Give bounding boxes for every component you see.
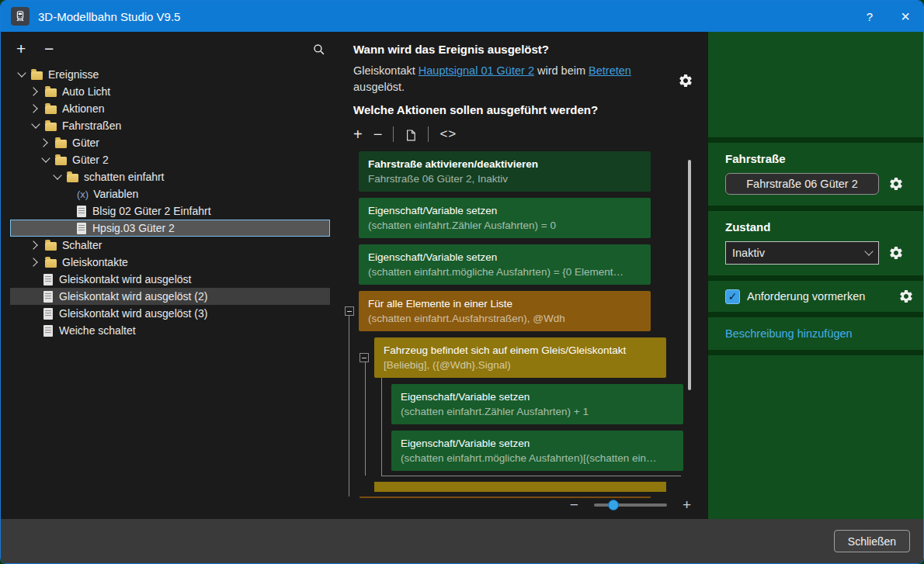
tree-item-hpsig-03-selected[interactable]: Hpsig.03 Güter 2	[10, 220, 330, 237]
chevron-right-icon[interactable]	[29, 258, 37, 266]
action-properties-panel: Fahrstraße Fahrstraße 06 Güter 2 Zustand…	[708, 32, 923, 519]
zoom-slider-track[interactable]	[594, 503, 667, 507]
action-title: Fahrzeug befindet sich auf einem Gleis/G…	[384, 344, 657, 357]
zoom-slider-thumb[interactable]	[608, 500, 619, 510]
dialog-footer: Schließen	[1, 519, 923, 563]
action-title: Für alle Elemente in einer Liste	[368, 297, 641, 310]
action-block-foreach-loop[interactable]: Für alle Elemente in einer Liste (schatt…	[359, 291, 651, 331]
close-dialog-button[interactable]: Schließen	[834, 530, 910, 552]
trigger-mode-link[interactable]: Betreten	[589, 64, 631, 77]
zoom-in-button[interactable]: +	[683, 497, 691, 512]
tree-item-variablen[interactable]: (x) Variablen	[10, 185, 330, 202]
question-when: Wann wird das Ereignis ausgelöst?	[353, 43, 679, 56]
anforderung-checkbox-label[interactable]: Anforderung vormerken	[747, 290, 889, 303]
tree-connector-line	[349, 316, 349, 497]
collapse-condition-button[interactable]	[360, 353, 369, 362]
folder-icon	[55, 157, 67, 165]
action-subtitle: (schatten einfahrt.mögliche Ausfahrten)[…	[401, 452, 674, 465]
tree-item-fahrstrassen[interactable]: Fahrstraßen	[10, 117, 330, 134]
action-block-condition[interactable]: Fahrzeug befindet sich auf einem Gleis/G…	[374, 337, 666, 378]
action-block-set-variable-1[interactable]: Eigenschaft/Variable setzen (schatten ei…	[359, 198, 651, 238]
actions-list: Fahrstraße aktivieren/deaktivieren Fahrs…	[339, 151, 708, 504]
toolbar-separator	[393, 126, 394, 142]
chevron-right-icon[interactable]	[29, 104, 37, 112]
chevron-down-icon[interactable]	[31, 119, 40, 128]
chevron-right-icon[interactable]	[39, 138, 47, 147]
contact-link[interactable]: Hauptsignal 01 Güter 2	[419, 64, 534, 77]
fahrstrasse-object-button[interactable]: Fahrstraße 06 Güter 2	[725, 173, 879, 195]
folder-icon	[55, 140, 67, 148]
chevron-down-icon[interactable]	[53, 171, 61, 179]
trigger-sentence: Gleiskontakt Hauptsignal 01 Güter 2 wird…	[353, 63, 679, 95]
action-subtitle: (schatten einfahrt.Zähler Ausfahrten) = …	[368, 219, 641, 232]
zustand-label: Zustand	[725, 220, 914, 234]
tree-item-gueter[interactable]: Güter	[10, 134, 330, 151]
chevron-right-icon[interactable]	[29, 87, 37, 95]
tree-add-button[interactable]: +	[16, 40, 36, 57]
tree-item-label: Schalter	[62, 239, 102, 251]
tree-item-label: Gleiskontakt wird ausgelöst (2)	[59, 290, 207, 303]
tree-item-aktionen[interactable]: Aktionen	[10, 100, 330, 117]
action-add-button[interactable]: +	[353, 126, 363, 142]
fahrstrasse-gear-icon[interactable]	[888, 176, 904, 192]
tree-item-gueter-2[interactable]: Güter 2	[10, 151, 330, 168]
folder-icon	[31, 71, 43, 80]
search-icon[interactable]	[312, 43, 325, 56]
app-train-icon	[11, 7, 30, 26]
tree-item-auto-licht[interactable]: Auto Licht	[10, 83, 330, 100]
action-block-fahrstrasse[interactable]: Fahrstraße aktivieren/deaktivieren Fahrs…	[359, 151, 651, 192]
main-area: + − Ereignisse Auto Licht	[1, 32, 923, 519]
document-icon	[43, 274, 53, 285]
chevron-down-icon[interactable]	[17, 68, 26, 77]
tree-item-label: Güter	[72, 137, 99, 149]
action-block-set-variable-2[interactable]: Eigenschaft/Variable setzen (schatten ei…	[359, 244, 651, 285]
question-actions: Welche Aktionen sollen ausgeführt werden…	[353, 103, 679, 116]
tree-item-label: Weiche schaltet	[59, 324, 136, 337]
code-view-button[interactable]: <>	[439, 126, 457, 142]
tree-item-label: Gleiskontakt wird ausgelöst	[59, 273, 191, 285]
fahrstrasse-property-card: Fahrstraße Fahrstraße 06 Güter 2	[708, 143, 923, 206]
tree-item-blsig-02[interactable]: Blsig 02 Güter 2 Einfahrt	[10, 202, 330, 220]
action-block-set-variable-3[interactable]: Eigenschaft/Variable setzen (schatten ei…	[391, 384, 683, 424]
tree-item-gleiskontakt-3[interactable]: Gleiskontakt wird ausgelöst (3)	[10, 305, 330, 322]
actions-scrollbar[interactable]	[688, 160, 691, 390]
help-button[interactable]: ?	[852, 1, 888, 32]
tree-item-schalter[interactable]: Schalter	[10, 237, 330, 254]
chevron-right-icon[interactable]	[29, 240, 37, 249]
add-description-link[interactable]: Beschreibung hinzufügen	[708, 317, 923, 350]
tree-item-gleiskontakt-2[interactable]: Gleiskontakt wird ausgelöst (2)	[10, 288, 330, 305]
zustand-gear-icon[interactable]	[888, 245, 904, 261]
tree-remove-button[interactable]: −	[44, 40, 64, 57]
collapse-loop-button[interactable]	[345, 306, 354, 316]
close-window-button[interactable]: ×	[888, 1, 923, 32]
tree-item-label: Auto Licht	[62, 85, 110, 98]
chevron-down-icon[interactable]	[41, 154, 50, 162]
zoom-out-button[interactable]: −	[570, 497, 578, 512]
properties-header-area	[708, 32, 923, 137]
action-title: Eigenschaft/Variable setzen	[401, 390, 674, 403]
folder-icon	[45, 123, 57, 131]
sentence-middle: wird beim	[534, 64, 589, 77]
action-subtitle: (schatten einfahrt.Zähler Ausfahrten) + …	[401, 405, 674, 418]
description-card: Beschreibung hinzufügen	[708, 317, 923, 350]
app-window: 3D-Modellbahn Studio V9.5 ? × + − Ereign…	[0, 0, 924, 564]
variables-icon: (x)	[77, 189, 89, 200]
toolbar-separator	[428, 126, 429, 142]
zustand-dropdown[interactable]: Inaktiv	[725, 241, 879, 265]
tree-item-gleiskontakte[interactable]: Gleiskontakte	[10, 254, 330, 271]
tree-item-label: Gleiskontakte	[62, 256, 128, 268]
tree-item-ereignisse[interactable]: Ereignisse	[10, 66, 330, 83]
action-block-set-variable-4[interactable]: Eigenschaft/Variable setzen (schatten ei…	[391, 431, 683, 471]
copy-icon[interactable]	[405, 128, 417, 142]
tree-item-gleiskontakt-1[interactable]: Gleiskontakt wird ausgelöst	[10, 271, 330, 288]
tree-connector-line	[381, 378, 382, 476]
anforderung-property-card: ✓ Anforderung vormerken	[708, 281, 923, 312]
tree-item-label: Gleiskontakt wird ausgelöst (3)	[59, 307, 207, 320]
event-settings-gear-icon[interactable]	[678, 73, 693, 88]
action-remove-button[interactable]: −	[373, 126, 383, 142]
tree-item-schatten-einfahrt[interactable]: schatten einfahrt	[10, 168, 330, 185]
tree-item-weiche-schaltet[interactable]: Weiche schaltet	[10, 322, 330, 339]
anforderung-gear-icon[interactable]	[898, 289, 914, 304]
anforderung-checkbox[interactable]: ✓	[725, 289, 740, 304]
action-subtitle: [Beliebig], ({@Wdh}.Signal)	[384, 358, 657, 372]
